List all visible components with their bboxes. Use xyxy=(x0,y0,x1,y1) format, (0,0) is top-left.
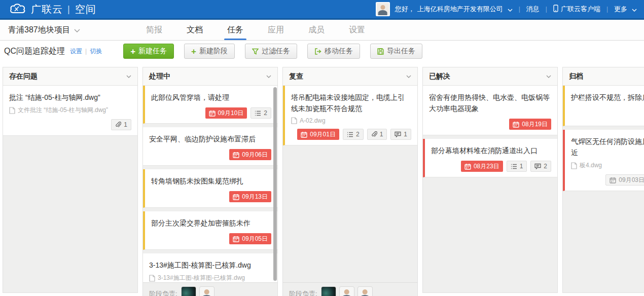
checklist-count-badge[interactable]: 2 xyxy=(343,129,364,140)
board-column-1: 存在问题批注 “结施-05-柱与轴网.dwg”文件批注 “结施-05-柱与轴网.… xyxy=(3,67,138,293)
due-date-badge[interactable]: 08月23日 xyxy=(461,161,503,172)
save-disk-icon xyxy=(377,48,384,55)
nav-tabs: 简报 文档 任务 应用 成员 设置 xyxy=(141,20,384,40)
task-card[interactable]: 护栏搭设不规范，拆除后未 xyxy=(563,86,644,126)
task-card[interactable]: 部分幕墙材料堆在消防通道出入口08月23日12 xyxy=(423,139,557,177)
checklist-count-badge-label: 1 xyxy=(520,163,523,170)
task-card[interactable]: 批注 “结施-05-柱与轴网.dwg”文件批注 “结施-05-柱与轴网.dwg”… xyxy=(3,86,137,136)
new-stage-button[interactable]: + 新建阶段 xyxy=(184,44,235,59)
due-date-badge[interactable]: 09月05日 xyxy=(229,233,271,244)
assignee-avatar[interactable] xyxy=(321,287,336,296)
column-header: 存在问题 xyxy=(3,67,137,86)
more-menu[interactable]: 更多 xyxy=(614,5,637,14)
chevron-down-icon[interactable] xyxy=(546,75,551,78)
assignee-avatar[interactable] xyxy=(358,287,372,296)
tab-briefing[interactable]: 简报 xyxy=(141,20,167,40)
new-task-button[interactable]: + 新建任务 xyxy=(123,44,174,59)
task-card[interactable]: 3-13#施工图-核算图-已核算.dwg3-13#施工图-核算图-已核算.dwg… xyxy=(143,253,277,282)
tab-members[interactable]: 成员 xyxy=(303,20,330,40)
due-date-badge-label: 08月23日 xyxy=(474,162,499,171)
account-menu[interactable]: 您好， 上海亿科房地产开发有限公司 xyxy=(395,5,513,14)
due-date-badge[interactable]: 09月13日 xyxy=(229,191,271,202)
task-card-badges: 09月03日 xyxy=(571,174,644,186)
stage-assignee-footer: 阶段负责: xyxy=(283,282,417,296)
divider: | xyxy=(518,6,521,13)
comment-count-badge[interactable]: 2 xyxy=(530,161,551,172)
task-card[interactable]: 安全平网、临边防护设施布置滞后09月06日 xyxy=(143,127,277,166)
due-date-badge[interactable]: 09月01日 xyxy=(297,129,339,140)
export-tasks-button[interactable]: 导出任务 xyxy=(370,44,422,59)
comment-count-badge[interactable]: 1 xyxy=(390,129,411,140)
due-date-badge[interactable]: 08月19日 xyxy=(509,119,551,130)
messages-link[interactable]: 消息 xyxy=(526,5,540,14)
task-card-badges: 1 xyxy=(9,119,131,130)
due-date-badge[interactable]: 09月06日 xyxy=(229,149,271,160)
due-date-badge-label: 09月03日 xyxy=(619,176,644,184)
tab-documents[interactable]: 文档 xyxy=(182,20,208,40)
board-toolbar: QC问题追踪处理 设置 | 切换 + 新建任务 + 新建阶段 过滤任务 xyxy=(0,41,644,62)
task-card[interactable]: 宿舍有使用热得快、电水壶、电饭锅等大功率电器现象08月19日 xyxy=(423,86,557,135)
task-card-title: 塔吊配电箱未设接地固定，电缆上引线未加瓷瓶不符合规范 xyxy=(291,92,411,114)
column-title: 处理中 xyxy=(149,72,170,81)
calendar-icon xyxy=(513,121,519,128)
task-card[interactable]: 此部位风管穿墙，请处理09月10日2 xyxy=(143,86,277,124)
task-card[interactable]: 塔吊配电箱未设接地固定，电缆上引线未加瓷瓶不符合规范A-02.dwg09月01日… xyxy=(283,86,417,145)
attachment-name: 文件批注 “结施-05-柱与轴网.dwg” xyxy=(18,106,108,115)
task-card-title: 部分幕墙材料堆在消防通道出入口 xyxy=(431,145,551,156)
brand[interactable]: 广联云 | 空间 xyxy=(9,3,96,16)
project-tab-bar: 青浦387地块项目 简报 文档 任务 应用 成员 设置 xyxy=(0,20,644,41)
due-date-badge-label: 09月05日 xyxy=(242,235,268,243)
due-date-badge[interactable]: 09月10日 xyxy=(205,107,247,119)
task-card-title: 气焊区无任何消防设施且安 近 xyxy=(571,136,644,158)
chevron-down-icon[interactable] xyxy=(126,75,131,78)
task-card[interactable]: 部分主次梁交界处加密箍筋未作09月05日 xyxy=(143,211,277,250)
checklist-icon xyxy=(347,132,353,137)
board-column-5: 归档护栏搭设不规范，拆除后未气焊区无任何消防设施且安 近板4.dwg09月03日 xyxy=(562,67,644,293)
task-card-badges: 09月05日 xyxy=(151,233,271,244)
calendar-icon xyxy=(233,236,239,242)
comment-bubble-icon xyxy=(534,163,541,169)
comment-bubble-icon xyxy=(395,131,401,137)
board-settings-link[interactable]: 设置 xyxy=(70,47,82,56)
attachment-name: 板4.dwg xyxy=(580,161,602,170)
chevron-down-icon xyxy=(74,25,80,34)
assignee-avatar[interactable] xyxy=(182,287,196,296)
tab-tasks[interactable]: 任务 xyxy=(222,20,248,40)
board-column-3: 复查塔吊配电箱未设接地固定，电缆上引线未加瓷瓶不符合规范A-02.dwg09月0… xyxy=(282,67,418,296)
attachment-count-badge[interactable]: 1 xyxy=(111,119,131,130)
card-list: 批注 “结施-05-柱与轴网.dwg”文件批注 “结施-05-柱与轴网.dwg”… xyxy=(3,86,137,292)
move-tasks-button[interactable]: 移动任务 xyxy=(307,44,360,59)
due-date-badge[interactable]: 09月03日 xyxy=(605,174,644,186)
task-card-title: 3-13#施工图-核算图-已核算.dwg xyxy=(149,260,271,271)
assignee-avatar[interactable] xyxy=(340,287,354,296)
card-list: 塔吊配电箱未设接地固定，电缆上引线未加瓷瓶不符合规范A-02.dwg09月01日… xyxy=(283,86,417,282)
attachment-count-badge-label: 1 xyxy=(380,131,383,138)
project-selector[interactable]: 青浦387地块项目 xyxy=(8,25,80,35)
chevron-down-icon[interactable] xyxy=(406,75,411,78)
task-card[interactable]: 气焊区无任何消防设施且安 近板4.dwg09月03日 xyxy=(563,130,644,191)
board-switch-link[interactable]: 切换 xyxy=(90,47,102,56)
company-name: 上海亿科房地产开发有限公司 xyxy=(417,5,503,14)
scrollbar[interactable] xyxy=(273,87,277,281)
attachment-count-badge[interactable]: 1 xyxy=(367,129,387,140)
checklist-count-badge[interactable]: 1 xyxy=(507,161,527,172)
board: 存在问题批注 “结施-05-柱与轴网.dwg”文件批注 “结施-05-柱与轴网.… xyxy=(0,62,644,296)
chevron-down-icon[interactable] xyxy=(266,75,271,78)
due-date-badge-label: 09月06日 xyxy=(242,151,268,159)
checklist-count-badge[interactable]: 2 xyxy=(251,107,271,119)
user-avatar[interactable] xyxy=(376,2,390,16)
task-card-attachment: A-02.dwg xyxy=(291,117,411,124)
task-card[interactable]: 转角墙钢筋未按图集规范绑扎09月13日 xyxy=(143,169,277,208)
checklist-count-badge-label: 2 xyxy=(264,109,267,117)
column-header: 归档 xyxy=(563,67,644,86)
tab-settings[interactable]: 设置 xyxy=(344,20,370,40)
tab-apps[interactable]: 应用 xyxy=(263,20,289,40)
assignee-avatar[interactable] xyxy=(200,287,214,296)
more-menu-label: 更多 xyxy=(614,5,627,14)
plus-icon: + xyxy=(191,47,196,56)
file-icon xyxy=(291,117,297,124)
client-link[interactable]: 广联云客户端 xyxy=(553,5,600,14)
divider: | xyxy=(545,6,548,13)
filter-tasks-button[interactable]: 过滤任务 xyxy=(245,44,297,59)
calendar-icon xyxy=(464,163,471,170)
